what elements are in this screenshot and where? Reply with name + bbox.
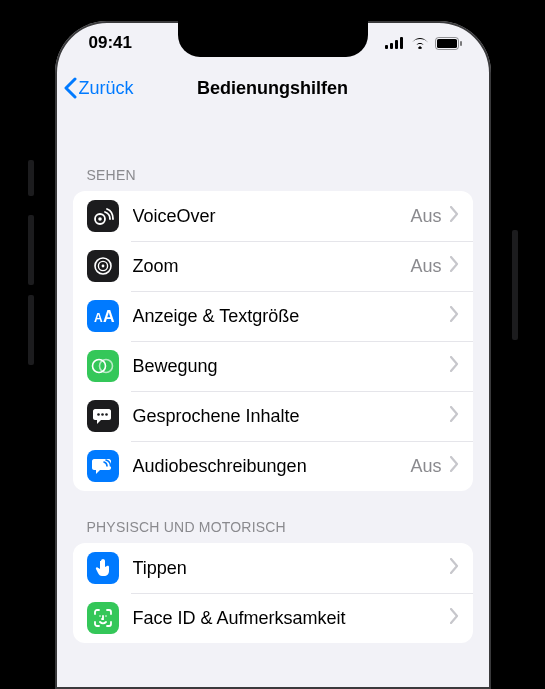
list-physical: Tippen Face ID & Aufmerksamkeit xyxy=(73,543,473,643)
wifi-icon xyxy=(411,37,429,49)
svg-point-8 xyxy=(98,217,102,221)
audio-descriptions-icon xyxy=(87,450,119,482)
voiceover-icon xyxy=(87,200,119,232)
svg-rect-2 xyxy=(395,40,398,49)
page-title: Bedienungshilfen xyxy=(197,78,348,99)
back-button[interactable]: Zurück xyxy=(63,77,134,99)
chevron-right-icon xyxy=(450,206,459,226)
svg-rect-5 xyxy=(437,39,457,48)
back-label: Zurück xyxy=(79,78,134,99)
row-spoken-content[interactable]: Gesprochene Inhalte xyxy=(73,391,473,441)
status-time: 09:41 xyxy=(89,33,132,53)
speech-icon xyxy=(87,400,119,432)
row-face-id[interactable]: Face ID & Aufmerksamkeit xyxy=(73,593,473,643)
touch-icon xyxy=(87,552,119,584)
phone-frame: 09:41 Zurück Bedienungshilfen Sehen xyxy=(43,9,503,689)
section-header-vision: Sehen xyxy=(73,111,473,191)
row-label: Anzeige & Textgröße xyxy=(133,306,442,327)
svg-text:A: A xyxy=(103,308,115,325)
svg-text:A: A xyxy=(94,311,103,325)
svg-rect-0 xyxy=(385,45,388,49)
svg-point-17 xyxy=(101,413,104,416)
row-voiceover[interactable]: VoiceOver Aus xyxy=(73,191,473,241)
svg-point-11 xyxy=(101,265,104,268)
textsize-icon: AA xyxy=(87,300,119,332)
row-label: Tippen xyxy=(133,558,442,579)
content-scroll[interactable]: Sehen VoiceOver Aus Zoom Aus xyxy=(55,111,491,689)
row-label: Face ID & Aufmerksamkeit xyxy=(133,608,442,629)
chevron-right-icon xyxy=(450,456,459,476)
row-value: Aus xyxy=(410,256,441,277)
motion-icon xyxy=(87,350,119,382)
svg-rect-3 xyxy=(400,37,403,49)
chevron-right-icon xyxy=(450,306,459,326)
row-zoom[interactable]: Zoom Aus xyxy=(73,241,473,291)
row-touch[interactable]: Tippen xyxy=(73,543,473,593)
chevron-right-icon xyxy=(450,608,459,628)
navigation-bar: Zurück Bedienungshilfen xyxy=(55,65,491,111)
row-display-text-size[interactable]: AA Anzeige & Textgröße xyxy=(73,291,473,341)
row-label: Bewegung xyxy=(133,356,442,377)
battery-icon xyxy=(435,37,463,50)
chevron-right-icon xyxy=(450,256,459,276)
row-label: Gesprochene Inhalte xyxy=(133,406,442,427)
row-label: VoiceOver xyxy=(133,206,411,227)
row-motion[interactable]: Bewegung xyxy=(73,341,473,391)
notch xyxy=(178,19,368,57)
row-value: Aus xyxy=(410,456,441,477)
list-vision: VoiceOver Aus Zoom Aus AA Anzeige & Text… xyxy=(73,191,473,491)
chevron-right-icon xyxy=(450,356,459,376)
chevron-right-icon xyxy=(450,406,459,426)
svg-point-16 xyxy=(97,413,100,416)
row-label: Audiobeschreibungen xyxy=(133,456,411,477)
cellular-icon xyxy=(385,37,405,49)
section-header-physical: Physisch und motorisch xyxy=(73,491,473,543)
face-id-icon xyxy=(87,602,119,634)
svg-rect-6 xyxy=(460,41,462,46)
row-label: Zoom xyxy=(133,256,411,277)
svg-point-18 xyxy=(105,413,108,416)
chevron-right-icon xyxy=(450,558,459,578)
zoom-icon xyxy=(87,250,119,282)
row-value: Aus xyxy=(410,206,441,227)
row-audio-descriptions[interactable]: Audiobeschreibungen Aus xyxy=(73,441,473,491)
svg-rect-1 xyxy=(390,43,393,49)
